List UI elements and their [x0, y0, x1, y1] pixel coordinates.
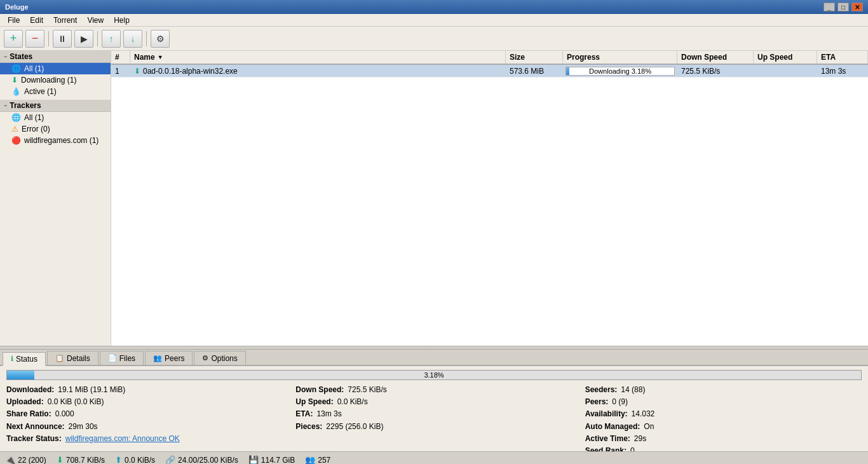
cell-num: 1: [111, 65, 130, 77]
status-row-tracker: Tracker Status: wildfiregames.com: Annou…: [6, 433, 283, 445]
tab-options-icon: ⚙: [202, 354, 208, 362]
states-section-label: States: [10, 52, 32, 61]
sidebar-item-trackers-error-label: Error (0): [22, 125, 50, 133]
sidebar-item-downloading-label: Downloading (1): [21, 76, 76, 85]
tab-peers-icon: 👥: [153, 354, 162, 362]
cell-eta: 13m 3s: [817, 65, 868, 77]
statusbar-peers: 👥 257: [305, 455, 330, 464]
peers-icon: 👥: [305, 455, 315, 464]
preferences-button[interactable]: ⚙: [151, 30, 170, 48]
status-row-down-speed: Down Speed: 725.5 KiB/s: [295, 384, 572, 396]
resume-torrent-button[interactable]: ▶: [74, 30, 93, 48]
tab-files[interactable]: 📄 Files: [100, 351, 144, 365]
titlebar-title: Deluge: [5, 3, 29, 11]
status-grid: Downloaded: 19.1 MiB (19.1 MiB) Uploaded…: [6, 384, 862, 451]
statusbar: 🔌 22 (200) ⬇ 708.7 KiB/s ⬆ 0.0 KiB/s 🔗 2…: [0, 451, 868, 464]
titlebar-controls: _ □ ✕: [824, 3, 863, 11]
status-row-up-speed: Up Speed: 0.0 KiB/s: [295, 396, 572, 408]
torrent-panel: # Name ▼ Size Progress Down Speed Up Spe…: [111, 51, 868, 346]
sidebar-item-downloading[interactable]: ⬇ Downloading (1): [0, 74, 111, 86]
menu-torrent[interactable]: Torrent: [48, 15, 82, 25]
col-header-eta[interactable]: ETA: [817, 51, 868, 64]
torrent-list-header: # Name ▼ Size Progress Down Speed Up Spe…: [111, 51, 868, 65]
tab-peers[interactable]: 👥 Peers: [145, 351, 193, 365]
tab-bar: ℹ Status 📋 Details 📄 Files 👥 Peers ⚙ Opt…: [0, 350, 868, 366]
status-row-downloaded: Downloaded: 19.1 MiB (19.1 MiB): [6, 384, 283, 396]
sort-arrow-icon: ▼: [158, 54, 163, 60]
status-row-pieces: Pieces: 2295 (256.0 KiB): [295, 421, 572, 433]
status-row-share-ratio: Share Ratio: 0.000: [6, 408, 283, 420]
status-row-eta: ETA: 13m 3s: [295, 408, 572, 420]
sidebar-item-active[interactable]: 💧 Active (1): [0, 86, 111, 97]
trackers-section-header[interactable]: − Trackers: [0, 100, 111, 112]
sidebar-item-wildfire[interactable]: 🔴 wildfiregames.com (1): [0, 135, 111, 146]
col-header-num[interactable]: #: [111, 51, 130, 64]
titlebar: Deluge _ □ ✕: [0, 0, 868, 14]
sidebar-item-all-label: All (1): [24, 64, 44, 73]
up-speed-icon: ⬆: [115, 455, 122, 464]
progress-bar: Downloading 3.18%: [566, 67, 675, 76]
bottom-panel: ℹ Status 📋 Details 📄 Files 👥 Peers ⚙ Opt…: [0, 350, 868, 451]
sidebar-item-all[interactable]: 🌐 All (1): [0, 63, 111, 74]
cell-name: ⬇ 0ad-0.0.18-alpha-win32.exe: [130, 65, 506, 77]
torrent-list: 1 ⬇ 0ad-0.0.18-alpha-win32.exe 573.6 MiB…: [111, 65, 868, 346]
statusbar-dht: 🔗 24.00/25.00 KiB/s: [165, 455, 238, 464]
move-up-button[interactable]: ↑: [102, 30, 121, 48]
sidebar: − States 🌐 All (1) ⬇ Downloading (1) 💧 A…: [0, 51, 111, 346]
toolbar-sep-2: [97, 31, 98, 46]
tab-details-icon: 📋: [55, 354, 64, 362]
sidebar-item-trackers-error[interactable]: ⚠ Error (0): [0, 123, 111, 135]
torrent-state-icon: ⬇: [134, 67, 140, 76]
tab-files-icon: 📄: [108, 354, 117, 362]
tab-status[interactable]: ℹ Status: [3, 352, 46, 366]
tab-details[interactable]: 📋 Details: [47, 351, 98, 365]
status-col-3: Seeders: 14 (88) Peers: 0 (9) Availabili…: [585, 384, 862, 451]
trackers-section-label: Trackers: [10, 101, 41, 110]
col-header-name[interactable]: Name ▼: [130, 51, 506, 64]
menu-edit[interactable]: Edit: [25, 15, 48, 25]
all-states-icon: 🌐: [11, 64, 21, 73]
maximize-button[interactable]: □: [837, 3, 849, 11]
col-header-upspeed[interactable]: Up Speed: [754, 51, 817, 64]
menu-file[interactable]: File: [3, 15, 25, 25]
table-row[interactable]: 1 ⬇ 0ad-0.0.18-alpha-win32.exe 573.6 MiB…: [111, 65, 868, 78]
close-button[interactable]: ✕: [851, 3, 863, 11]
toolbar-sep-3: [146, 31, 147, 46]
connections-icon: 🔌: [5, 455, 15, 464]
tab-content-status: 3.18% Downloaded: 19.1 MiB (19.1 MiB) Up…: [0, 366, 868, 451]
status-progress-text: 3.18%: [7, 371, 861, 379]
move-down-button[interactable]: ↓: [123, 30, 142, 48]
wildfire-icon: 🔴: [11, 136, 21, 145]
col-header-size[interactable]: Size: [506, 51, 563, 64]
statusbar-up-speed: ⬆ 0.0 KiB/s: [115, 455, 155, 464]
col-header-downspeed[interactable]: Down Speed: [677, 51, 754, 64]
menu-view[interactable]: View: [82, 15, 109, 25]
cell-progress: Downloading 3.18%: [563, 65, 677, 77]
sidebar-item-trackers-all-label: All (1): [24, 113, 44, 122]
dht-icon: 🔗: [165, 455, 175, 464]
tab-options[interactable]: ⚙ Options: [194, 351, 245, 365]
cell-downspeed: 725.5 KiB/s: [677, 65, 754, 77]
cell-size: 573.6 MiB: [506, 65, 563, 77]
remove-torrent-button[interactable]: −: [25, 30, 44, 48]
states-toggle-icon: −: [4, 53, 7, 60]
col-header-progress[interactable]: Progress: [563, 51, 677, 64]
status-col-1: Downloaded: 19.1 MiB (19.1 MiB) Uploaded…: [6, 384, 283, 451]
downloading-icon: ⬇: [11, 76, 18, 85]
sidebar-item-trackers-all[interactable]: 🌐 All (1): [0, 112, 111, 123]
states-section-header[interactable]: − States: [0, 51, 111, 63]
pause-torrent-button[interactable]: ⏸: [53, 30, 72, 48]
down-speed-icon: ⬇: [57, 455, 64, 464]
active-icon: 💧: [11, 87, 21, 96]
status-row-seed-rank: Seed Rank: 0: [585, 445, 862, 451]
add-torrent-button[interactable]: +: [4, 30, 23, 48]
status-row-auto-managed: Auto Managed: On: [585, 421, 862, 433]
statusbar-down-speed: ⬇ 708.7 KiB/s: [57, 455, 105, 464]
status-row-uploaded: Uploaded: 0.0 KiB (0.0 KiB): [6, 396, 283, 408]
minimize-button[interactable]: _: [824, 3, 835, 11]
trackers-error-icon: ⚠: [11, 125, 18, 133]
status-progress-bar: 3.18%: [6, 370, 862, 380]
status-row-right-extra: Active Time: 29s: [585, 433, 862, 445]
menu-help[interactable]: Help: [109, 15, 135, 25]
toolbar-sep-1: [48, 31, 49, 46]
